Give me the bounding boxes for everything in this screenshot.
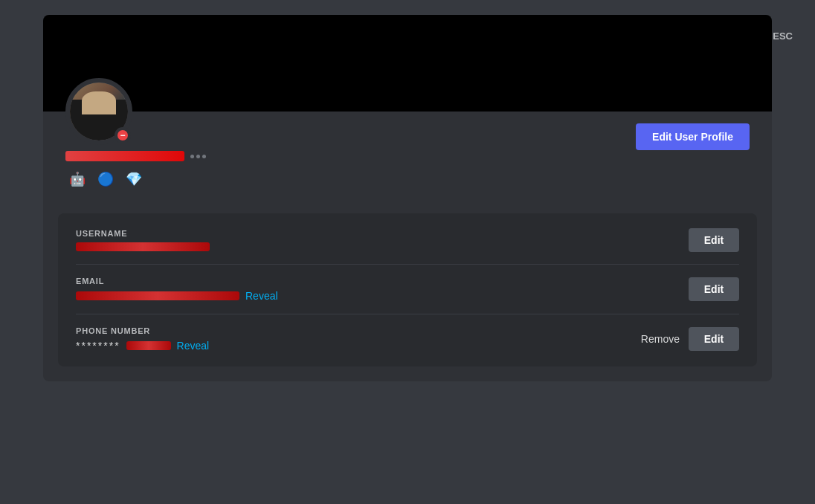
dot-3 [202, 155, 206, 158]
phone-redacted-bar [126, 341, 171, 350]
phone-asterisks: ******** [76, 340, 120, 352]
edit-profile-button[interactable]: Edit User Profile [636, 123, 750, 150]
dot-2 [196, 155, 200, 158]
profile-right: Edit User Profile [636, 123, 750, 150]
phone-edit-button[interactable]: Edit [689, 327, 739, 351]
email-reveal-link[interactable]: Reveal [245, 290, 278, 302]
dot-1 [190, 155, 194, 158]
profile-section: 🤖 🔵 💎 Edit User Profile [43, 112, 772, 206]
email-actions: Edit [689, 277, 739, 301]
phone-field-left: PHONE NUMBER ******** Reveal [76, 326, 209, 352]
phone-actions: Remove Edit [641, 327, 739, 351]
phone-reveal-link[interactable]: Reveal [177, 340, 210, 352]
email-field-row: EMAIL Reveal Edit [76, 265, 739, 314]
phone-label: PHONE NUMBER [76, 326, 209, 335]
phone-value: ******** Reveal [76, 340, 209, 352]
main-panel: 🤖 🔵 💎 Edit User Profile USERNAME [43, 15, 772, 381]
email-label: EMAIL [76, 277, 278, 285]
username-actions: Edit [689, 228, 739, 252]
profile-info: 🤖 🔵 💎 [65, 151, 206, 191]
esc-label: ESC [773, 30, 793, 42]
badge-circle: 🔵 [94, 167, 117, 191]
username-redacted-bar [76, 242, 210, 251]
badges-row: 🤖 🔵 💎 [65, 167, 206, 191]
username-field-left: USERNAME [76, 229, 210, 251]
profile-banner [43, 15, 772, 112]
avatar-wrapper [65, 78, 132, 145]
username-value [76, 242, 210, 251]
page-container: ESC [15, 15, 800, 489]
badge-gem: 💎 [122, 167, 146, 191]
username-edit-button[interactable]: Edit [689, 228, 739, 252]
email-redacted-bar [76, 291, 239, 300]
phone-field-row: PHONE NUMBER ******** Reveal Remove Edit [76, 314, 739, 352]
username-field-row: USERNAME Edit [76, 228, 739, 265]
badge-robot: 🤖 [65, 167, 89, 191]
dots-indicator [190, 155, 206, 158]
username-label: USERNAME [76, 229, 210, 238]
phone-remove-button[interactable]: Remove [641, 333, 680, 345]
email-edit-button[interactable]: Edit [689, 277, 739, 301]
profile-left: 🤖 🔵 💎 [65, 112, 206, 191]
username-display [65, 151, 206, 161]
username-redacted [65, 151, 184, 161]
email-value: Reveal [76, 290, 278, 302]
status-badge [115, 127, 131, 143]
email-field-left: EMAIL Reveal [76, 277, 278, 302]
fields-section: USERNAME Edit EMAIL Reveal [58, 213, 757, 366]
